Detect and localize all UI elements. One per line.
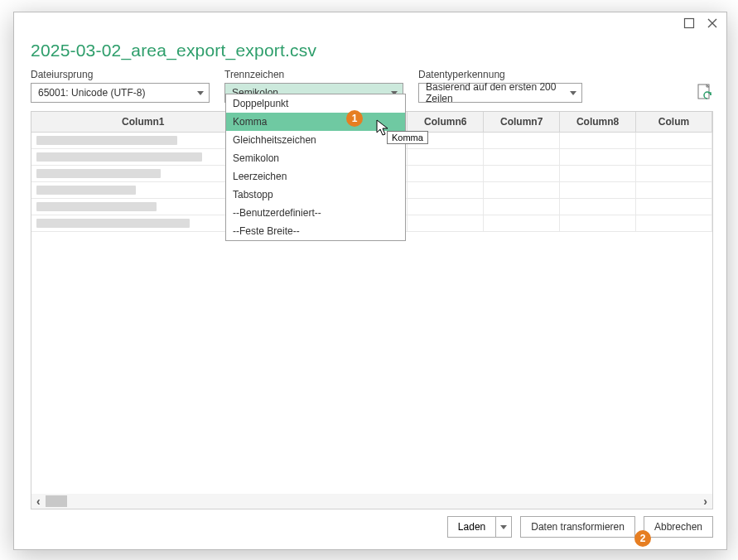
transform-button-label: Daten transformieren: [531, 521, 625, 533]
table-cell: [408, 198, 484, 215]
column-header[interactable]: Column8: [560, 112, 636, 132]
load-button-dropdown[interactable]: [495, 516, 512, 538]
chevron-down-icon: [570, 91, 576, 95]
scroll-track[interactable]: [46, 495, 699, 507]
table-cell: [31, 132, 255, 148]
separator-option[interactable]: Tabstopp: [226, 186, 405, 204]
table-cell: [484, 148, 560, 165]
table-cell: [484, 198, 560, 215]
cancel-button[interactable]: Abbrechen: [644, 516, 713, 538]
table-cell: [560, 132, 636, 148]
table-cell: [560, 181, 636, 198]
load-button[interactable]: Laden: [447, 516, 495, 538]
scroll-thumb[interactable]: [46, 495, 67, 507]
table-cell: [408, 181, 484, 198]
scroll-left-icon[interactable]: ‹: [36, 495, 41, 508]
separator-option[interactable]: Semikolon: [226, 149, 405, 167]
svg-rect-0: [685, 19, 694, 28]
datatype-control: Datentyperkennung Basierend auf den erst…: [418, 69, 582, 103]
table-cell: [560, 198, 636, 215]
separator-dropdown-list: DoppelpunktKommaGleichheitszeichenSemiko…: [225, 94, 406, 241]
column-header[interactable]: Column1: [31, 112, 255, 132]
separator-option[interactable]: Leerzeichen: [226, 167, 405, 186]
table-cell: [484, 215, 560, 231]
separator-label: Trennzeichen: [224, 69, 403, 80]
table-cell: [636, 215, 712, 231]
annotation-marker-1: 1: [346, 110, 363, 127]
datatype-label: Datentyperkennung: [418, 69, 582, 80]
separator-option[interactable]: Gleichheitszeichen: [226, 131, 405, 149]
table-cell: [31, 148, 255, 165]
origin-label: Dateiursprung: [31, 69, 210, 80]
separator-option[interactable]: --Benutzerdefiniert--: [226, 204, 405, 222]
cancel-button-label: Abbrechen: [654, 521, 702, 533]
hover-tooltip: Komma: [387, 131, 428, 144]
refresh-icon[interactable]: [697, 84, 713, 102]
table-cell: [636, 165, 712, 181]
table-cell: [484, 132, 560, 148]
column-header[interactable]: Column7: [484, 112, 560, 132]
origin-dropdown[interactable]: 65001: Unicode (UTF-8): [31, 83, 210, 103]
table-cell: [484, 165, 560, 181]
horizontal-scrollbar[interactable]: ‹ ›: [31, 494, 712, 509]
table-cell: [636, 132, 712, 148]
transform-button[interactable]: Daten transformieren: [520, 516, 635, 538]
table-cell: [560, 215, 636, 231]
close-icon[interactable]: [707, 17, 718, 29]
table-cell: [408, 215, 484, 231]
chevron-down-icon: [500, 525, 507, 529]
separator-option[interactable]: --Feste Breite--: [226, 222, 405, 240]
file-title: 2025-03-02_area_export_export.csv: [31, 41, 713, 60]
csv-import-dialog: 2025-03-02_area_export_export.csv Dateiu…: [13, 12, 727, 550]
datatype-dropdown[interactable]: Basierend auf den ersten 200 Zeilen: [418, 83, 582, 103]
table-cell: [560, 148, 636, 165]
load-button-label: Laden: [458, 521, 485, 533]
table-cell: [560, 165, 636, 181]
annotation-marker-2: 2: [634, 530, 651, 547]
table-cell: [31, 181, 255, 198]
load-button-split: Laden: [447, 516, 512, 538]
table-cell: [31, 165, 255, 181]
table-cell: [636, 181, 712, 198]
maximize-icon[interactable]: [683, 17, 695, 29]
chevron-down-icon: [197, 91, 204, 95]
table-cell: [636, 198, 712, 215]
datatype-value: Basierend auf den ersten 200 Zeilen: [426, 81, 570, 104]
scroll-right-icon[interactable]: ›: [703, 495, 707, 508]
column-header[interactable]: Column6: [408, 112, 484, 132]
table-cell: [484, 181, 560, 198]
dialog-footer: Laden Daten transformieren Abbrechen: [31, 516, 713, 538]
column-header[interactable]: Colum: [636, 112, 712, 132]
table-cell: [31, 198, 255, 215]
table-cell: [636, 148, 712, 165]
table-cell: [408, 165, 484, 181]
separator-option[interactable]: Doppelpunkt: [226, 94, 405, 113]
table-cell: [408, 148, 484, 165]
separator-option[interactable]: Komma: [226, 113, 405, 131]
origin-control: Dateiursprung 65001: Unicode (UTF-8): [31, 69, 210, 103]
table-cell: [31, 215, 255, 231]
origin-value: 65001: Unicode (UTF-8): [38, 87, 145, 99]
